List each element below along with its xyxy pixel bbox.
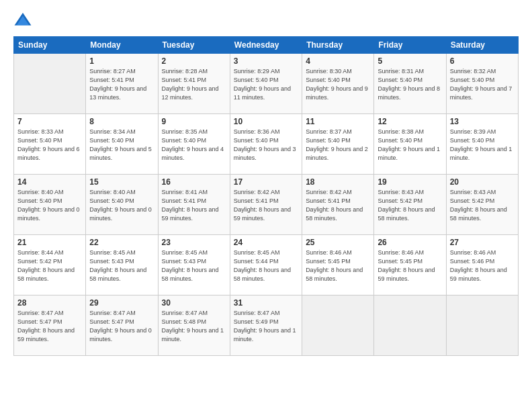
day-number: 26 bbox=[378, 238, 442, 247]
logo-icon bbox=[13, 11, 32, 30]
day-info: Sunrise: 8:37 AMSunset: 5:40 PMDaylight:… bbox=[306, 128, 370, 163]
calendar-cell: 15Sunrise: 8:40 AMSunset: 5:40 PMDayligh… bbox=[86, 175, 158, 235]
calendar-cell: 21Sunrise: 8:44 AMSunset: 5:42 PMDayligh… bbox=[14, 235, 86, 295]
calendar-cell: 22Sunrise: 8:45 AMSunset: 5:43 PMDayligh… bbox=[86, 235, 158, 295]
calendar-cell: 16Sunrise: 8:41 AMSunset: 5:41 PMDayligh… bbox=[158, 175, 230, 235]
day-info: Sunrise: 8:40 AMSunset: 5:40 PMDaylight:… bbox=[89, 188, 154, 223]
calendar-cell: 9Sunrise: 8:35 AMSunset: 5:40 PMDaylight… bbox=[158, 114, 230, 175]
day-info: Sunrise: 8:40 AMSunset: 5:40 PMDaylight:… bbox=[17, 188, 82, 223]
calendar-cell: 31Sunrise: 8:47 AMSunset: 5:49 PMDayligh… bbox=[230, 295, 302, 356]
day-info: Sunrise: 8:31 AMSunset: 5:40 PMDaylight:… bbox=[378, 67, 442, 102]
week-row-4: 21Sunrise: 8:44 AMSunset: 5:42 PMDayligh… bbox=[14, 235, 519, 295]
day-info: Sunrise: 8:34 AMSunset: 5:40 PMDaylight:… bbox=[89, 128, 154, 163]
day-info: Sunrise: 8:44 AMSunset: 5:42 PMDaylight:… bbox=[17, 248, 82, 283]
calendar-cell bbox=[374, 295, 446, 356]
day-info: Sunrise: 8:43 AMSunset: 5:42 PMDaylight:… bbox=[450, 188, 515, 223]
day-info: Sunrise: 8:39 AMSunset: 5:40 PMDaylight:… bbox=[450, 128, 515, 163]
week-row-1: 1Sunrise: 8:27 AMSunset: 5:41 PMDaylight… bbox=[14, 54, 519, 114]
day-info: Sunrise: 8:42 AMSunset: 5:41 PMDaylight:… bbox=[234, 188, 298, 223]
day-number: 15 bbox=[89, 177, 154, 187]
day-info: Sunrise: 8:30 AMSunset: 5:40 PMDaylight:… bbox=[306, 67, 370, 102]
day-number: 9 bbox=[162, 117, 226, 126]
day-header-monday: Monday bbox=[86, 37, 158, 54]
calendar-cell bbox=[14, 54, 86, 114]
day-info: Sunrise: 8:43 AMSunset: 5:42 PMDaylight:… bbox=[378, 188, 442, 223]
day-header-sunday: Sunday bbox=[14, 37, 86, 54]
week-row-3: 14Sunrise: 8:40 AMSunset: 5:40 PMDayligh… bbox=[14, 175, 519, 235]
day-info: Sunrise: 8:33 AMSunset: 5:40 PMDaylight:… bbox=[17, 128, 82, 163]
header-row: SundayMondayTuesdayWednesdayThursdayFrid… bbox=[14, 37, 519, 54]
day-info: Sunrise: 8:47 AMSunset: 5:49 PMDaylight:… bbox=[234, 309, 298, 344]
day-number: 5 bbox=[378, 56, 442, 66]
day-header-tuesday: Tuesday bbox=[158, 37, 230, 54]
calendar-cell: 12Sunrise: 8:38 AMSunset: 5:40 PMDayligh… bbox=[374, 114, 446, 175]
calendar-cell: 3Sunrise: 8:29 AMSunset: 5:40 PMDaylight… bbox=[230, 54, 302, 114]
day-number: 22 bbox=[89, 238, 154, 247]
calendar-cell: 20Sunrise: 8:43 AMSunset: 5:42 PMDayligh… bbox=[446, 175, 518, 235]
week-row-2: 7Sunrise: 8:33 AMSunset: 5:40 PMDaylight… bbox=[14, 114, 519, 175]
calendar-cell: 13Sunrise: 8:39 AMSunset: 5:40 PMDayligh… bbox=[446, 114, 518, 175]
logo bbox=[13, 11, 35, 30]
calendar-cell: 23Sunrise: 8:45 AMSunset: 5:43 PMDayligh… bbox=[158, 235, 230, 295]
calendar-cell: 7Sunrise: 8:33 AMSunset: 5:40 PMDaylight… bbox=[14, 114, 86, 175]
day-number: 21 bbox=[17, 238, 82, 247]
calendar: SundayMondayTuesdayWednesdayThursdayFrid… bbox=[13, 36, 519, 356]
day-info: Sunrise: 8:41 AMSunset: 5:41 PMDaylight:… bbox=[162, 188, 226, 223]
day-info: Sunrise: 8:46 AMSunset: 5:46 PMDaylight:… bbox=[450, 248, 515, 283]
calendar-cell: 17Sunrise: 8:42 AMSunset: 5:41 PMDayligh… bbox=[230, 175, 302, 235]
day-number: 7 bbox=[17, 117, 82, 126]
day-number: 31 bbox=[234, 298, 298, 308]
calendar-body: 1Sunrise: 8:27 AMSunset: 5:41 PMDaylight… bbox=[14, 54, 519, 356]
day-number: 29 bbox=[89, 298, 154, 308]
calendar-cell: 25Sunrise: 8:46 AMSunset: 5:45 PMDayligh… bbox=[302, 235, 374, 295]
calendar-cell: 1Sunrise: 8:27 AMSunset: 5:41 PMDaylight… bbox=[86, 54, 158, 114]
calendar-cell: 4Sunrise: 8:30 AMSunset: 5:40 PMDaylight… bbox=[302, 54, 374, 114]
day-number: 16 bbox=[162, 177, 226, 187]
day-info: Sunrise: 8:46 AMSunset: 5:45 PMDaylight:… bbox=[378, 248, 442, 283]
day-number: 23 bbox=[162, 238, 226, 247]
day-info: Sunrise: 8:27 AMSunset: 5:41 PMDaylight:… bbox=[89, 67, 154, 102]
day-header-saturday: Saturday bbox=[446, 37, 518, 54]
day-number: 3 bbox=[234, 56, 298, 66]
day-number: 1 bbox=[89, 56, 154, 66]
calendar-cell: 6Sunrise: 8:32 AMSunset: 5:40 PMDaylight… bbox=[446, 54, 518, 114]
calendar-cell: 8Sunrise: 8:34 AMSunset: 5:40 PMDaylight… bbox=[86, 114, 158, 175]
calendar-cell: 2Sunrise: 8:28 AMSunset: 5:41 PMDaylight… bbox=[158, 54, 230, 114]
day-number: 27 bbox=[450, 238, 515, 247]
day-number: 20 bbox=[450, 177, 515, 187]
day-info: Sunrise: 8:42 AMSunset: 5:41 PMDaylight:… bbox=[306, 188, 370, 223]
day-number: 2 bbox=[162, 56, 226, 66]
calendar-cell: 24Sunrise: 8:45 AMSunset: 5:44 PMDayligh… bbox=[230, 235, 302, 295]
day-info: Sunrise: 8:45 AMSunset: 5:43 PMDaylight:… bbox=[89, 248, 154, 283]
calendar-header: SundayMondayTuesdayWednesdayThursdayFrid… bbox=[14, 37, 519, 54]
week-row-5: 28Sunrise: 8:47 AMSunset: 5:47 PMDayligh… bbox=[14, 295, 519, 356]
day-info: Sunrise: 8:28 AMSunset: 5:41 PMDaylight:… bbox=[162, 67, 226, 102]
day-info: Sunrise: 8:47 AMSunset: 5:48 PMDaylight:… bbox=[162, 309, 226, 344]
day-number: 8 bbox=[89, 117, 154, 126]
calendar-cell: 11Sunrise: 8:37 AMSunset: 5:40 PMDayligh… bbox=[302, 114, 374, 175]
day-number: 24 bbox=[234, 238, 298, 247]
day-info: Sunrise: 8:38 AMSunset: 5:40 PMDaylight:… bbox=[378, 128, 442, 163]
day-number: 4 bbox=[306, 56, 370, 66]
calendar-cell: 10Sunrise: 8:36 AMSunset: 5:40 PMDayligh… bbox=[230, 114, 302, 175]
day-info: Sunrise: 8:32 AMSunset: 5:40 PMDaylight:… bbox=[450, 67, 515, 102]
calendar-cell: 18Sunrise: 8:42 AMSunset: 5:41 PMDayligh… bbox=[302, 175, 374, 235]
day-number: 6 bbox=[450, 56, 515, 66]
header bbox=[13, 11, 519, 30]
day-number: 17 bbox=[234, 177, 298, 187]
day-number: 25 bbox=[306, 238, 370, 247]
day-number: 30 bbox=[162, 298, 226, 308]
day-header-wednesday: Wednesday bbox=[230, 37, 302, 54]
day-number: 10 bbox=[234, 117, 298, 126]
day-header-friday: Friday bbox=[374, 37, 446, 54]
day-info: Sunrise: 8:47 AMSunset: 5:47 PMDaylight:… bbox=[17, 309, 82, 344]
day-number: 11 bbox=[306, 117, 370, 126]
day-number: 19 bbox=[378, 177, 442, 187]
day-info: Sunrise: 8:46 AMSunset: 5:45 PMDaylight:… bbox=[306, 248, 370, 283]
day-number: 28 bbox=[17, 298, 82, 308]
calendar-cell: 27Sunrise: 8:46 AMSunset: 5:46 PMDayligh… bbox=[446, 235, 518, 295]
calendar-cell: 19Sunrise: 8:43 AMSunset: 5:42 PMDayligh… bbox=[374, 175, 446, 235]
calendar-cell bbox=[302, 295, 374, 356]
calendar-cell: 28Sunrise: 8:47 AMSunset: 5:47 PMDayligh… bbox=[14, 295, 86, 356]
day-info: Sunrise: 8:35 AMSunset: 5:40 PMDaylight:… bbox=[162, 128, 226, 163]
